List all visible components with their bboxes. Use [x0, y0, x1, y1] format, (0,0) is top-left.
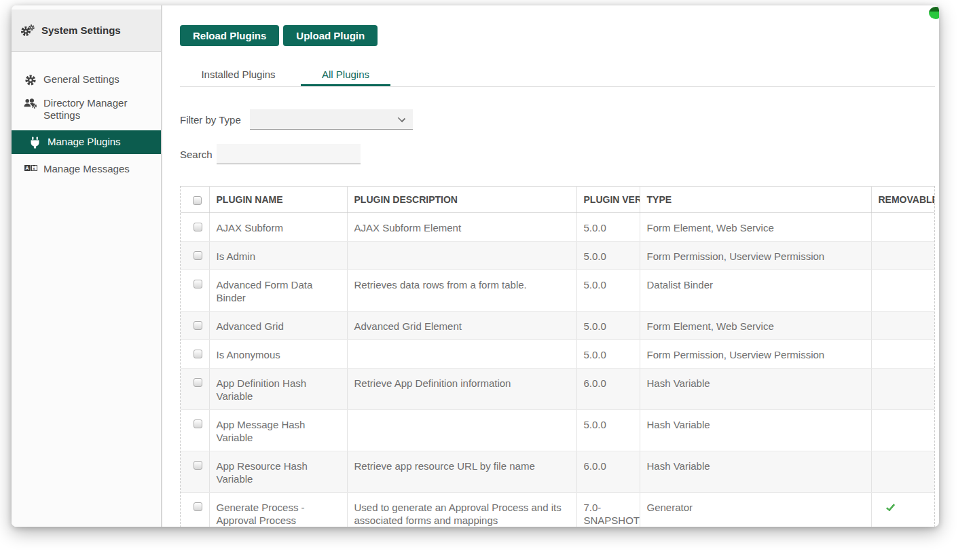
translate-icon: A x	[24, 164, 37, 171]
sidebar-item-manage-messages[interactable]: A x Manage Messages	[12, 157, 161, 181]
cell-plugin-name: Advanced Grid	[209, 312, 347, 340]
sidebar-title: System Settings	[41, 24, 121, 36]
cell-plugin-version: 7.0-SNAPSHOT	[576, 493, 640, 527]
plugins-table-container: PLUGIN NAME PLUGIN DESCRIPTION PLUGIN VE…	[180, 186, 935, 527]
sidebar-item-general-settings[interactable]: General Settings	[12, 68, 161, 92]
sidebar-item-label: Manage Messages	[43, 163, 130, 175]
cell-checkbox	[181, 369, 209, 410]
sidebar-item-label: Manage Plugins	[48, 136, 121, 148]
cell-plugin-description: AJAX Subform Element	[347, 213, 576, 242]
gear-icon	[24, 74, 37, 86]
row-checkbox[interactable]	[194, 419, 202, 428]
upload-plugin-button[interactable]: Upload Plugin	[283, 25, 378, 46]
plug-icon	[28, 136, 41, 149]
cell-removable	[871, 410, 935, 451]
plugins-table-body: AJAX SubformAJAX Subform Element5.0.0For…	[181, 213, 935, 527]
header-plugin-description: PLUGIN DESCRIPTION	[347, 187, 576, 213]
header-removable: REMOVABLE	[871, 187, 935, 213]
cell-plugin-version: 5.0.0	[576, 213, 640, 242]
cell-removable	[871, 312, 935, 340]
cell-plugin-version: 5.0.0	[576, 242, 640, 270]
table-row: Advanced Form Data BinderRetrieves data …	[181, 270, 935, 312]
cell-checkbox	[181, 410, 209, 451]
cell-plugin-version: 5.0.0	[576, 340, 640, 369]
cell-plugin-version: 5.0.0	[576, 312, 640, 340]
table-header-row: PLUGIN NAME PLUGIN DESCRIPTION PLUGIN VE…	[181, 187, 935, 213]
plugins-table: PLUGIN NAME PLUGIN DESCRIPTION PLUGIN VE…	[181, 186, 935, 527]
cell-plugin-name: App Resource Hash Variable	[209, 451, 347, 493]
cell-checkbox	[181, 213, 209, 242]
cell-plugin-description: Advanced Grid Element	[347, 312, 576, 340]
header-plugin-name: PLUGIN NAME	[209, 187, 347, 213]
tab-installed-plugins[interactable]: Installed Plugins	[180, 64, 297, 86]
cell-plugin-name: Is Anonymous	[209, 340, 347, 369]
search-row: Search	[180, 144, 939, 164]
search-input[interactable]	[217, 144, 361, 164]
cell-checkbox	[181, 270, 209, 312]
cell-plugin-version: 6.0.0	[576, 369, 640, 410]
reload-plugins-button[interactable]: Reload Plugins	[180, 25, 279, 46]
cell-plugin-description: Used to generate an Approval Process and…	[347, 493, 576, 527]
row-checkbox[interactable]	[194, 350, 202, 358]
cell-removable	[871, 451, 935, 493]
tab-all-plugins[interactable]: All Plugins	[301, 64, 390, 86]
plugin-tabs: Installed Plugins All Plugins	[180, 64, 935, 87]
row-checkbox[interactable]	[194, 251, 202, 260]
cell-removable	[871, 369, 935, 410]
row-checkbox[interactable]	[194, 223, 202, 231]
cell-plugin-description: Retrieves data rows from a form table.	[347, 270, 576, 312]
cell-type: Form Element, Web Service	[640, 312, 871, 340]
table-row: App Definition Hash VariableRetrieve App…	[181, 369, 935, 410]
cell-removable	[871, 270, 935, 312]
cell-removable	[871, 340, 935, 369]
sidebar-item-manage-plugins[interactable]: Manage Plugins	[12, 130, 161, 154]
chevron-down-icon	[398, 115, 405, 122]
cell-plugin-version: 6.0.0	[576, 451, 640, 493]
removable-check-icon	[885, 502, 895, 511]
cell-plugin-name: Generate Process - Approval Process	[209, 493, 347, 527]
cell-type: Form Permission, Userview Permission	[640, 340, 871, 369]
search-label: Search	[180, 149, 213, 160]
cell-removable	[871, 242, 935, 270]
cell-plugin-name: App Definition Hash Variable	[209, 369, 347, 410]
cell-checkbox	[181, 493, 209, 527]
sidebar-item-label: General Settings	[43, 73, 120, 86]
toolbar: Reload Plugins Upload Plugin	[180, 25, 939, 46]
sidebar-header: System Settings	[12, 10, 161, 52]
settings-window: System Settings General Settings	[12, 5, 939, 527]
table-row: Advanced GridAdvanced Grid Element5.0.0F…	[181, 312, 935, 340]
row-checkbox[interactable]	[194, 321, 202, 330]
green-status-dot	[929, 7, 939, 19]
table-row: Generate Process - Approval ProcessUsed …	[181, 493, 935, 527]
main-content: Reload Plugins Upload Plugin Installed P…	[162, 5, 939, 527]
row-checkbox[interactable]	[194, 502, 202, 511]
table-row: App Message Hash Variable5.0.0Hash Varia…	[181, 410, 935, 451]
table-row: Is Anonymous5.0.0Form Permission, Uservi…	[181, 340, 935, 369]
cell-plugin-version: 5.0.0	[576, 410, 640, 451]
cell-type: Datalist Binder	[640, 270, 871, 312]
header-plugin-version: PLUGIN VERSION	[576, 187, 640, 213]
cell-type: Hash Variable	[640, 451, 871, 493]
filter-by-type-select[interactable]	[250, 109, 413, 130]
table-row: App Resource Hash VariableRetrieve app r…	[181, 451, 935, 493]
row-checkbox[interactable]	[194, 378, 202, 387]
cell-plugin-name: AJAX Subform	[209, 213, 347, 242]
cell-plugin-description: Retrieve App Definition information	[347, 369, 576, 410]
table-row: AJAX SubformAJAX Subform Element5.0.0For…	[181, 213, 935, 242]
cell-removable	[871, 213, 935, 242]
cell-removable	[871, 493, 935, 527]
sidebar-item-directory-manager-settings[interactable]: Directory Manager Settings	[12, 92, 161, 127]
select-all-checkbox[interactable]	[193, 196, 202, 205]
filter-by-type-label: Filter by Type	[180, 114, 241, 126]
sidebar-menu: General Settings Directory Manager Setti…	[12, 68, 161, 181]
row-checkbox[interactable]	[194, 461, 202, 470]
cell-type: Hash Variable	[640, 369, 871, 410]
cell-plugin-description	[347, 242, 576, 270]
cell-plugin-description	[347, 340, 576, 369]
cell-plugin-name: Is Admin	[209, 242, 347, 270]
filter-by-type-row: Filter by Type	[180, 109, 939, 130]
cell-type: Generator	[640, 493, 871, 527]
cell-checkbox	[181, 242, 209, 270]
row-checkbox[interactable]	[194, 280, 202, 288]
cell-checkbox	[181, 340, 209, 369]
